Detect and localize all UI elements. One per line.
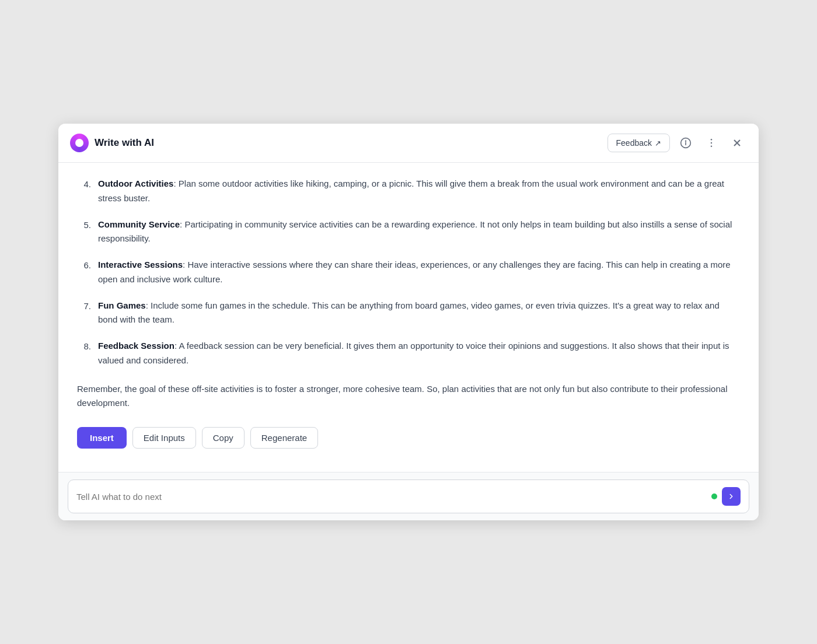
list-number: 6.	[77, 258, 91, 287]
list-bold: Fun Games	[98, 300, 146, 310]
summary-text: Remember, the goal of these off-site act…	[77, 382, 740, 411]
feedback-button[interactable]: Feedback ↗	[607, 134, 670, 152]
insert-button[interactable]: Insert	[77, 427, 127, 449]
header-left: Write with AI	[70, 134, 154, 152]
close-button[interactable]	[727, 133, 747, 153]
list-text: : Plan some outdoor activities like hiki…	[98, 178, 724, 203]
list-bold: Community Service	[98, 219, 180, 229]
logo-inner-circle	[75, 139, 83, 147]
list-number: 7.	[77, 299, 91, 328]
list-item: 8. Feedback Session: A feedback session …	[77, 339, 740, 368]
copy-button[interactable]: Copy	[202, 427, 245, 449]
svg-point-4	[711, 142, 713, 144]
info-button[interactable]	[676, 133, 696, 153]
svg-point-5	[711, 146, 713, 148]
list-content: Fun Games: Include some fun games in the…	[98, 299, 740, 328]
list-bold: Interactive Sessions	[98, 260, 183, 270]
list-content: Community Service: Participating in comm…	[98, 218, 740, 247]
send-button[interactable]	[722, 487, 741, 506]
ai-logo-icon	[70, 134, 89, 152]
more-options-button[interactable]	[701, 133, 721, 153]
list-number: 8.	[77, 339, 91, 368]
header-right: Feedback ↗	[607, 133, 747, 153]
list-content: Feedback Session: A feedback session can…	[98, 339, 740, 368]
status-dot	[711, 494, 717, 499]
input-area	[58, 472, 759, 520]
regenerate-button[interactable]: Regenerate	[250, 427, 318, 449]
content-area: 4. Outdoor Activities: Plan some outdoor…	[58, 163, 759, 472]
edit-inputs-button[interactable]: Edit Inputs	[132, 427, 196, 449]
ai-write-panel: Write with AI Feedback ↗	[58, 124, 759, 520]
list-item: 7. Fun Games: Include some fun games in …	[77, 299, 740, 328]
list-text: : A feedback session can be very benefic…	[98, 341, 729, 365]
list-container: 4. Outdoor Activities: Plan some outdoor…	[77, 177, 740, 368]
input-wrapper	[68, 480, 749, 513]
svg-point-3	[711, 139, 713, 141]
list-item: 6. Interactive Sessions: Have interactiv…	[77, 258, 740, 287]
list-text: : Participating in community service act…	[98, 219, 732, 244]
action-bar: Insert Edit Inputs Copy Regenerate	[77, 427, 740, 458]
list-item: 5. Community Service: Participating in c…	[77, 218, 740, 247]
feedback-label: Feedback	[616, 138, 652, 148]
list-text: : Have interactive sessions where they c…	[98, 260, 731, 284]
list-bold: Feedback Session	[98, 341, 174, 351]
list-content: Outdoor Activities: Plan some outdoor ac…	[98, 177, 740, 206]
external-link-icon: ↗	[655, 139, 661, 148]
list-content: Interactive Sessions: Have interactive s…	[98, 258, 740, 287]
list-bold: Outdoor Activities	[98, 178, 173, 188]
list-item: 4. Outdoor Activities: Plan some outdoor…	[77, 177, 740, 206]
list-number: 5.	[77, 218, 91, 247]
list-number: 4.	[77, 177, 91, 206]
panel-header: Write with AI Feedback ↗	[58, 124, 759, 163]
list-text: : Include some fun games in the schedule…	[98, 300, 720, 325]
ai-chat-input[interactable]	[76, 492, 707, 502]
panel-title: Write with AI	[95, 137, 154, 149]
